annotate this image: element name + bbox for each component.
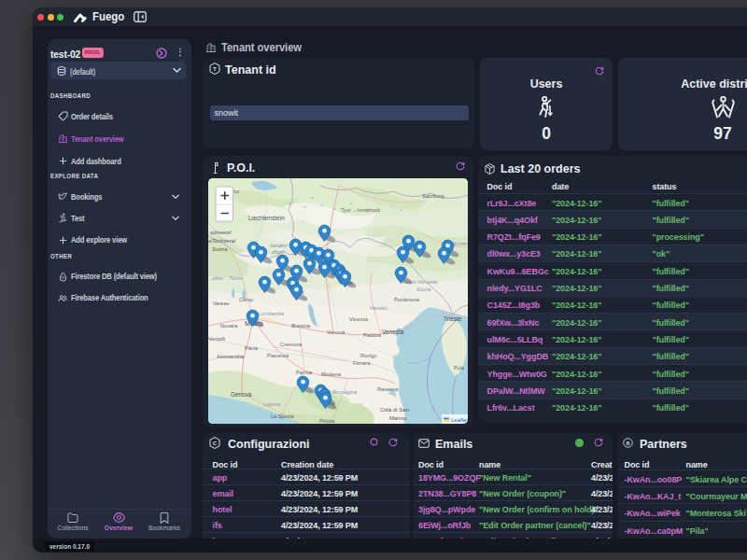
svg-text:Liechtenstein: Liechtenstein <box>248 215 285 221</box>
svg-text:Romagna: Romagna <box>332 389 358 395</box>
svg-text:Piacenza: Piacenza <box>267 353 289 358</box>
svg-text:Vercelli: Vercelli <box>208 336 225 342</box>
svg-text:Venezia: Venezia <box>382 329 404 335</box>
svg-text:Svizra: Svizra <box>212 246 228 252</box>
svg-text:Lombardia: Lombardia <box>258 311 285 316</box>
svg-text:dhun/: dhun/ <box>272 249 285 255</box>
svg-text:Brescia: Brescia <box>291 323 311 329</box>
svg-text:Parma: Parma <box>296 370 313 375</box>
svg-text:bünden/: bünden/ <box>270 243 288 248</box>
svg-text:Pula: Pula <box>454 365 465 371</box>
svg-text:Pistoia: Pistoia <box>319 418 334 424</box>
svg-text:Tyu/ →Innsbruck: Tyu/ →Innsbruck <box>341 207 380 213</box>
svg-text:Città di San: Città di San <box>380 407 409 413</box>
svg-text:e/Svizzera/: e/Svizzera/ <box>208 238 236 244</box>
svg-text:Marino: Marino <box>389 415 407 421</box>
svg-text:Varese: Varese <box>213 301 229 306</box>
svg-text:schweiz/: schweiz/ <box>210 230 232 235</box>
svg-text:Liguria: Liguria <box>263 401 281 407</box>
svg-text:Verona: Verona <box>327 329 345 335</box>
svg-text:Como: Como <box>239 297 253 302</box>
svg-text:Trieste: Trieste <box>444 315 462 322</box>
svg-text:C: C <box>213 441 217 446</box>
svg-text:Alessandria: Alessandria <box>217 354 245 359</box>
svg-text:Novara: Novara <box>220 323 238 329</box>
svg-text:Cremona: Cremona <box>280 342 303 347</box>
svg-text:Vicenza: Vicenza <box>349 316 369 322</box>
svg-text:Modena: Modena <box>321 371 342 377</box>
svg-text:B: B <box>626 441 629 446</box>
svg-text:Veneto: Veneto <box>370 305 388 311</box>
svg-text:Giulia: Giulia <box>416 287 431 292</box>
svg-text:Rovigo: Rovigo <box>360 353 376 358</box>
svg-text:Padova: Padova <box>363 332 382 338</box>
svg-text:...ntino: ...ntino <box>208 275 223 281</box>
svg-text:Pordenone: Pordenone <box>394 297 419 302</box>
svg-text:Salzburg: Salzburg <box>422 193 444 199</box>
svg-text:Ticino: Ticino <box>229 275 243 281</box>
svg-text:Leaflet: Leaflet <box>451 417 468 423</box>
svg-text:T: T <box>213 66 217 72</box>
svg-text:Pavia: Pavia <box>245 345 259 351</box>
svg-text:Genova: Genova <box>231 391 252 398</box>
svg-text:Ferrara: Ferrara <box>353 360 371 366</box>
svg-text:Ravenna: Ravenna <box>377 386 399 392</box>
svg-text:La Spezia: La Spezia <box>271 413 295 419</box>
